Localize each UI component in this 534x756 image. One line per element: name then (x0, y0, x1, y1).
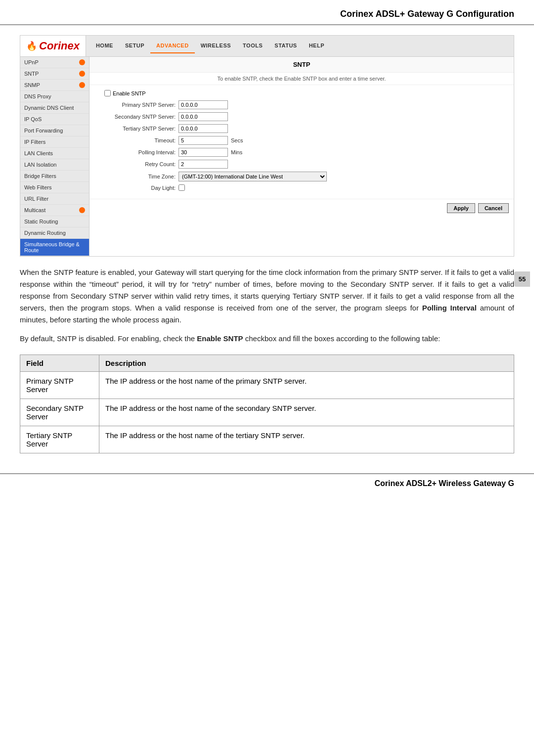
table-cell-field-1: Primary SNTPServer (20, 372, 99, 399)
sidebar-item-web-filters[interactable]: Web Filters (20, 182, 89, 193)
sidebar-item-static-routing[interactable]: Static Routing (20, 216, 89, 227)
logo-area: 🔥 Corinex (20, 36, 86, 56)
polling-row: Polling Interval: Mins (99, 148, 504, 157)
sidebar-item-dns-proxy[interactable]: DNS Proxy (20, 91, 89, 102)
sidebar-item-dynamic-dns[interactable]: Dynamic DNS Client (20, 102, 89, 114)
timeout-input[interactable] (178, 136, 228, 145)
apply-button[interactable]: Apply (447, 203, 475, 213)
page-footer: Corinex ADSL2+ Wireless Gateway G (0, 473, 534, 493)
enable-sntp-row: Enable SNTP (99, 90, 504, 96)
sidebar-label-multicast: Multicast (24, 207, 45, 213)
nav-bar: 🔥 Corinex HOME SETUP ADVANCED WIRELESS T… (20, 36, 514, 57)
primary-sntp-label: Primary SNTP Server: (99, 102, 178, 108)
description-text: When the SNTP feature is enabled, your G… (20, 267, 514, 345)
sidebar-label-dynamic-routing: Dynamic Routing (24, 230, 66, 236)
sidebar-label-lan-clients: LAN Clients (24, 150, 53, 156)
timezone-row: Time Zone: (GMT-12:00) International Dat… (99, 172, 504, 181)
nav-help[interactable]: HELP (303, 39, 330, 53)
panel-title: SNTP (89, 57, 514, 73)
sidebar-label-web-filters: Web Filters (24, 184, 51, 190)
sidebar-item-url-filter[interactable]: URL Filter (20, 193, 89, 205)
gateway-ui: 🔥 Corinex HOME SETUP ADVANCED WIRELESS T… (20, 35, 514, 257)
sidebar-label-url-filter: URL Filter (24, 196, 48, 202)
table-row: Secondary SNTPServer The IP address or t… (20, 399, 514, 426)
sidebar-bullet-upnp (79, 59, 85, 65)
timeout-label: Timeout: (99, 137, 178, 143)
sidebar-item-dynamic-routing[interactable]: Dynamic Routing (20, 227, 89, 239)
sidebar-label-snmp: SNMP (24, 82, 40, 88)
sidebar-label-upnp: UPnP (24, 59, 39, 65)
panel-body: Enable SNTP Primary SNTP Server: Seconda… (89, 85, 514, 199)
timezone-select[interactable]: (GMT-12:00) International Date Line West (178, 172, 327, 181)
secondary-sntp-label: Secondary SNTP Server: (99, 114, 178, 120)
table-header-field: Field (20, 355, 99, 372)
tertiary-sntp-input[interactable] (178, 124, 228, 133)
table-row: Tertiary SNTPServer The IP address or th… (20, 426, 514, 453)
description-paragraph2: By default, SNTP is disabled. For enabli… (20, 333, 514, 345)
table-header-description: Description (99, 355, 514, 372)
daylight-checkbox[interactable] (178, 184, 185, 191)
retry-input[interactable] (178, 160, 228, 169)
sidebar-label-dynamic-dns: Dynamic DNS Client (24, 105, 74, 111)
sidebar-label-sntp: SNTP (24, 71, 39, 77)
description-table: Field Description Primary SNTPServer The… (20, 355, 514, 453)
sidebar-item-port-forwarding[interactable]: Port Forwarding (20, 125, 89, 136)
sidebar-item-simultaneous[interactable]: Simultaneous Bridge & Route (20, 239, 89, 256)
sidebar-label-bridge-filters: Bridge Filters (24, 173, 56, 179)
main-panel: SNTP To enable SNTP, check the Enable SN… (89, 57, 514, 256)
table-cell-field-2: Secondary SNTPServer (20, 399, 99, 426)
sidebar-bullet-snmp (79, 82, 85, 88)
table-cell-desc-3: The IP address or the host name of the t… (99, 426, 514, 453)
retry-row: Retry Count: (99, 160, 504, 169)
enable-sntp-checkbox[interactable] (104, 90, 111, 96)
secondary-sntp-row: Secondary SNTP Server: (99, 112, 504, 121)
sidebar-label-port-forwarding: Port Forwarding (24, 128, 63, 133)
enable-sntp-label: Enable SNTP (113, 90, 146, 96)
polling-input[interactable] (178, 148, 228, 157)
table-cell-field-3: Tertiary SNTPServer (20, 426, 99, 453)
timeout-unit: Secs (231, 137, 243, 143)
nav-items: HOME SETUP ADVANCED WIRELESS TOOLS STATU… (86, 39, 334, 53)
sidebar-item-ip-qos[interactable]: IP QoS (20, 114, 89, 125)
sidebar-label-simultaneous: Simultaneous Bridge & Route (24, 241, 85, 253)
nav-status[interactable]: STATUS (268, 39, 303, 53)
sidebar-bullet-sntp (79, 71, 85, 77)
table-cell-desc-2: The IP address or the host name of the s… (99, 399, 514, 426)
timeout-row: Timeout: Secs (99, 136, 504, 145)
nav-home[interactable]: HOME (90, 39, 119, 53)
sidebar-label-ip-filters: IP Filters (24, 139, 45, 145)
tertiary-sntp-label: Tertiary SNTP Server: (99, 126, 178, 132)
sidebar-item-multicast[interactable]: Multicast (20, 205, 89, 216)
cancel-button[interactable]: Cancel (478, 203, 509, 213)
sidebar-label-dns-proxy: DNS Proxy (24, 93, 51, 99)
nav-tools[interactable]: TOOLS (237, 39, 268, 53)
retry-label: Retry Count: (99, 161, 178, 167)
sidebar-item-sntp[interactable]: SNTP (20, 68, 89, 80)
description-section: 55 When the SNTP feature is enabled, you… (20, 267, 514, 453)
sidebar-label-static-routing: Static Routing (24, 219, 58, 224)
primary-sntp-row: Primary SNTP Server: (99, 100, 504, 109)
nav-wireless[interactable]: WIRELESS (195, 39, 237, 53)
corinex-logo-icon: 🔥 (26, 41, 37, 51)
sidebar-item-lan-clients[interactable]: LAN Clients (20, 148, 89, 159)
polling-label: Polling Interval: (99, 149, 178, 155)
panel-footer: Apply Cancel (89, 199, 514, 217)
polling-unit: Mins (231, 149, 242, 155)
sidebar: UPnP SNTP SNMP DNS Proxy Dynamic DNS Cli… (20, 57, 89, 256)
gateway-body: UPnP SNTP SNMP DNS Proxy Dynamic DNS Cli… (20, 57, 514, 256)
sidebar-label-ip-qos: IP QoS (24, 116, 42, 122)
corinex-logo-text: Corinex (39, 40, 80, 52)
sidebar-label-lan-isolation: LAN Isolation (24, 162, 56, 168)
primary-sntp-input[interactable] (178, 100, 228, 109)
page-number: 55 (514, 271, 530, 287)
sidebar-item-snmp[interactable]: SNMP (20, 80, 89, 91)
secondary-sntp-input[interactable] (178, 112, 228, 121)
daylight-label: Day Light: (99, 185, 178, 191)
nav-advanced[interactable]: ADVANCED (150, 39, 195, 53)
sidebar-item-ip-filters[interactable]: IP Filters (20, 136, 89, 148)
table-row: Primary SNTPServer The IP address or the… (20, 372, 514, 399)
nav-setup[interactable]: SETUP (119, 39, 150, 53)
sidebar-item-bridge-filters[interactable]: Bridge Filters (20, 171, 89, 182)
sidebar-item-lan-isolation[interactable]: LAN Isolation (20, 159, 89, 171)
sidebar-item-upnp[interactable]: UPnP (20, 57, 89, 68)
